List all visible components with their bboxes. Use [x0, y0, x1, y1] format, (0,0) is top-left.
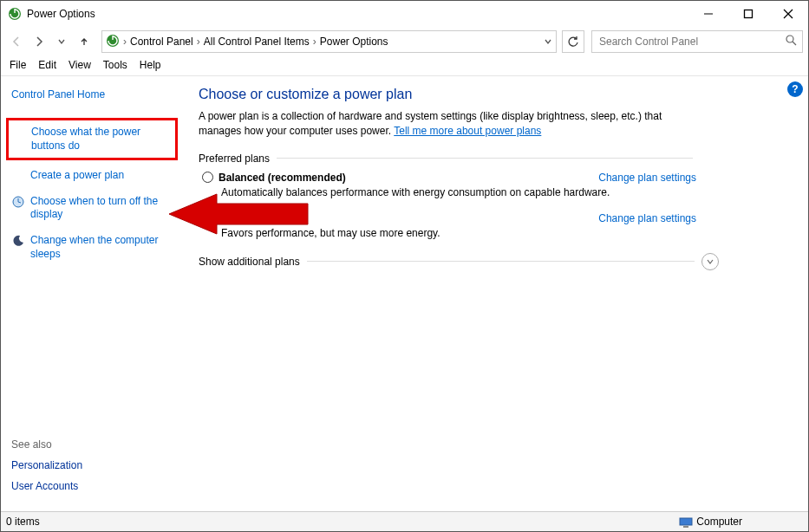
breadcrumb-item[interactable]: Control Panel	[130, 36, 193, 48]
status-item-count: 0 items	[6, 516, 40, 528]
show-additional-plans[interactable]: Show additional plans	[199, 253, 719, 270]
menu-file[interactable]: File	[10, 59, 26, 71]
chevron-down-icon[interactable]	[544, 37, 552, 46]
sidebar-item-label: Create a power plan	[30, 169, 124, 183]
search-box[interactable]	[591, 30, 803, 53]
preferred-plans-header: Preferred plans	[199, 152, 693, 165]
svg-line-9	[793, 42, 796, 45]
seealso-user-accounts[interactable]: User Accounts	[11, 480, 176, 492]
moon-icon	[11, 234, 25, 261]
tell-me-more-link[interactable]: Tell me more about power plans	[394, 125, 541, 137]
power-plan: Balanced (recommended) Change plan setti…	[199, 172, 696, 198]
chevron-right-icon[interactable]: ›	[313, 36, 316, 48]
plan-description: Favors performance, but may use more ene…	[221, 227, 696, 239]
svg-rect-1	[14, 9, 15, 13]
change-plan-settings-link[interactable]: Change plan settings	[598, 212, 696, 224]
sidebar-item-label: Change when the computer sleeps	[30, 234, 173, 261]
sidebar-link-computer-sleeps[interactable]: Change when the computer sleeps	[11, 234, 173, 261]
breadcrumb-item[interactable]: All Control Panel Items	[204, 36, 310, 48]
power-options-icon	[106, 34, 120, 50]
svg-rect-7	[112, 36, 113, 40]
navbar: › Control Panel › All Control Panel Item…	[1, 27, 808, 56]
maximize-button[interactable]	[728, 1, 768, 27]
window-title: Power Options	[27, 8, 95, 20]
page-title: Choose or customize a power plan	[199, 87, 784, 102]
search-icon[interactable]	[786, 35, 797, 49]
control-panel-home-link[interactable]: Control Panel Home	[11, 88, 173, 101]
main-content: ? Choose or customize a power plan A pow…	[183, 76, 808, 511]
search-input[interactable]	[597, 35, 797, 49]
forward-button[interactable]	[29, 31, 49, 52]
svg-rect-15	[683, 526, 688, 528]
address-bar[interactable]: › Control Panel › All Control Panel Item…	[101, 30, 557, 53]
plan-name: Balanced (recommended)	[219, 172, 346, 184]
back-button[interactable]	[6, 31, 27, 52]
sidebar-link-turn-off-display[interactable]: Choose when to turn off the display	[11, 195, 173, 222]
breadcrumb-item[interactable]: Power Options	[320, 36, 388, 48]
seealso-personalization[interactable]: Personalization	[11, 459, 176, 471]
sidebar-item-label: Choose what the power buttons do	[31, 126, 172, 152]
titlebar: Power Options	[1, 1, 808, 27]
chevron-down-icon[interactable]	[701, 253, 719, 270]
menu-edit[interactable]: Edit	[38, 59, 56, 71]
sidebar-item-label: Choose when to turn off the display	[30, 195, 173, 222]
computer-icon	[679, 517, 693, 528]
sidebar: Control Panel Home Choose what the power…	[1, 76, 183, 511]
plan-name: High performance	[219, 212, 308, 224]
menu-tools[interactable]: Tools	[103, 59, 127, 71]
svg-rect-14	[680, 518, 692, 525]
menu-view[interactable]: View	[69, 59, 91, 71]
up-button[interactable]	[74, 31, 95, 52]
plan-radio-balanced[interactable]	[202, 172, 213, 183]
sidebar-link-power-buttons[interactable]: Choose what the power buttons do	[6, 118, 178, 160]
svg-rect-3	[745, 10, 753, 18]
change-plan-settings-link[interactable]: Change plan settings	[598, 172, 696, 184]
power-plan: High performance Change plan settings Fa…	[199, 212, 696, 239]
chevron-right-icon[interactable]: ›	[123, 36, 127, 48]
minimize-button[interactable]	[688, 1, 728, 27]
menu-bar: File Edit View Tools Help	[1, 56, 808, 76]
sidebar-link-create-plan[interactable]: Create a power plan	[11, 169, 173, 183]
menu-help[interactable]: Help	[140, 59, 161, 71]
recent-dropdown[interactable]	[51, 31, 72, 52]
intro-text: A power plan is a collection of hardware…	[199, 109, 693, 139]
refresh-button[interactable]	[562, 30, 584, 53]
close-button[interactable]	[768, 1, 808, 27]
plan-description: Automatically balances performance with …	[221, 186, 696, 198]
svg-point-8	[786, 36, 793, 42]
status-bar: 0 items Computer	[1, 511, 808, 531]
help-button[interactable]: ?	[787, 81, 803, 97]
clock-icon	[11, 195, 25, 222]
power-options-icon	[8, 7, 22, 21]
see-also-header: See also	[11, 438, 176, 451]
plan-radio-high-performance[interactable]	[202, 212, 213, 224]
status-computer: Computer	[679, 516, 742, 528]
chevron-right-icon[interactable]: ›	[197, 36, 200, 48]
see-also-section: See also Personalization User Accounts	[11, 438, 176, 501]
